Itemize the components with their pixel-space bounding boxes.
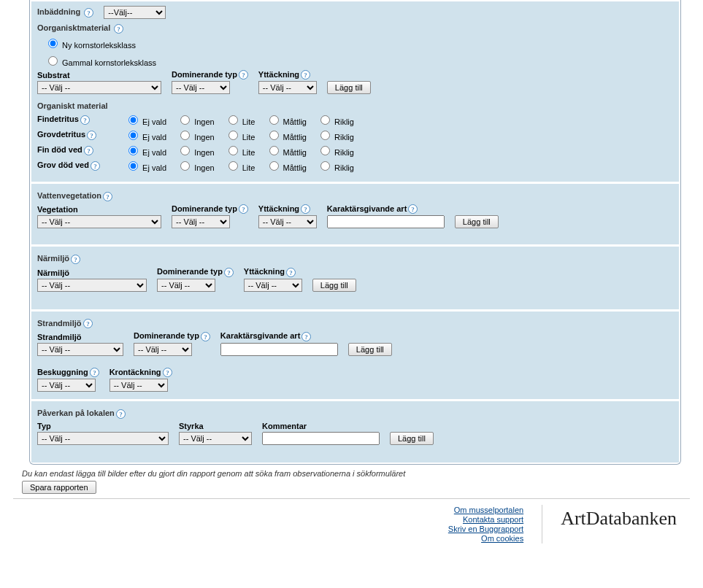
svg-text:?: ? — [305, 333, 309, 341]
inbaddning-select[interactable]: --Välj-- — [104, 6, 166, 19]
oorganiskt-header: Oorganisktmaterial — [37, 23, 110, 32]
radio-option[interactable] — [128, 161, 138, 171]
footer-link[interactable]: Skriv en Buggrapport — [448, 525, 523, 533]
domtyp-select[interactable]: -- Välj -- — [134, 343, 192, 356]
help-icon[interactable]: ? — [83, 319, 93, 328]
help-icon[interactable]: ? — [301, 332, 311, 341]
help-icon[interactable]: ? — [408, 204, 418, 214]
add-button[interactable] — [312, 279, 356, 292]
svg-text:?: ? — [412, 206, 415, 213]
kommentar-input[interactable] — [262, 432, 380, 445]
radio-option[interactable] — [128, 115, 138, 125]
add-button[interactable] — [327, 81, 371, 94]
footer-link[interactable]: Kontakta support — [448, 515, 523, 524]
help-icon[interactable]: ? — [286, 268, 296, 277]
radio-option[interactable] — [320, 161, 330, 171]
section-narmiljo: Närmiljö? Närmiljö -- Välj -- Dominerand… — [31, 247, 679, 309]
footer-link[interactable]: Om musselportalen — [448, 506, 523, 514]
radio-new-korn[interactable] — [48, 39, 58, 48]
radio-option[interactable] — [180, 146, 190, 155]
help-icon[interactable]: ? — [301, 204, 310, 214]
krontackning-select[interactable]: -- Välj -- — [110, 379, 168, 392]
help-icon[interactable]: ? — [84, 8, 93, 18]
karaktar-input[interactable] — [220, 343, 338, 356]
radio-option[interactable] — [269, 115, 279, 125]
karaktar-input[interactable] — [327, 215, 445, 228]
help-icon[interactable]: ? — [224, 268, 234, 277]
help-icon[interactable]: ? — [91, 161, 100, 171]
radio-option[interactable] — [320, 146, 330, 155]
radio-option[interactable] — [180, 115, 190, 125]
brand-logo: ArtDatabanken — [542, 505, 690, 543]
radio-option[interactable] — [180, 161, 190, 171]
narmiljo-select[interactable]: -- Välj -- — [37, 279, 147, 292]
svg-text:?: ? — [204, 333, 207, 341]
radio-option[interactable] — [228, 146, 238, 155]
footer-links: Om musselportalen Kontakta support Skriv… — [448, 505, 542, 543]
help-icon[interactable]: ? — [103, 192, 112, 201]
add-button[interactable] — [455, 215, 499, 228]
add-button[interactable] — [390, 432, 434, 445]
help-icon[interactable]: ? — [80, 115, 90, 125]
footer-link[interactable]: Om cookies — [448, 534, 523, 543]
svg-text:?: ? — [93, 163, 97, 170]
radio-option[interactable] — [128, 146, 138, 155]
help-icon[interactable]: ? — [116, 409, 126, 419]
domtyp-select[interactable]: -- Välj -- — [172, 81, 230, 94]
radio-option[interactable] — [269, 161, 279, 171]
yttackning-select[interactable]: -- Välj -- — [244, 279, 302, 292]
styrka-select[interactable]: -- Välj -- — [179, 432, 252, 445]
help-icon[interactable]: ? — [90, 368, 99, 377]
svg-text:?: ? — [166, 369, 169, 376]
svg-text:?: ? — [87, 147, 91, 155]
help-icon[interactable]: ? — [239, 70, 248, 80]
svg-text:?: ? — [289, 269, 293, 276]
help-icon[interactable]: ? — [239, 204, 248, 214]
help-icon[interactable]: ? — [301, 70, 310, 80]
svg-text:?: ? — [304, 71, 307, 79]
add-button[interactable] — [348, 343, 392, 356]
svg-text:?: ? — [242, 71, 245, 79]
section-strand: Strandmiljö? Strandmiljö -- Välj -- Domi… — [31, 312, 679, 400]
save-report-button[interactable] — [22, 481, 96, 494]
svg-text:?: ? — [106, 193, 110, 201]
image-note: Du kan endast lägga till bilder efter du… — [22, 469, 703, 478]
vegetation-select[interactable]: -- Välj -- — [37, 215, 161, 228]
radio-option[interactable] — [320, 131, 330, 140]
radio-option[interactable] — [180, 131, 190, 140]
typ-select[interactable]: -- Välj -- — [37, 432, 169, 445]
svg-text:?: ? — [227, 269, 231, 276]
section-oorganiskt: Inbäddning ? --Välj-- Oorganisktmaterial… — [31, 1, 679, 182]
svg-text:?: ? — [242, 206, 245, 213]
radio-option[interactable] — [269, 131, 279, 140]
yttackning-select[interactable]: -- Välj -- — [258, 215, 317, 228]
svg-text:?: ? — [83, 117, 87, 124]
section-vatten: Vattenvegetation? Vegetation -- Välj -- … — [31, 184, 679, 244]
beskuggning-select[interactable]: -- Välj -- — [37, 379, 96, 392]
svg-text:?: ? — [88, 9, 91, 17]
strand-select[interactable]: -- Välj -- — [37, 343, 123, 356]
help-icon[interactable]: ? — [163, 368, 172, 377]
help-icon[interactable]: ? — [114, 24, 123, 34]
help-icon[interactable]: ? — [87, 131, 96, 140]
domtyp-select[interactable]: -- Välj -- — [172, 215, 230, 228]
radio-option[interactable] — [228, 161, 238, 171]
help-icon[interactable]: ? — [84, 146, 93, 155]
radio-old-korn[interactable] — [48, 56, 58, 66]
inbaddning-label: Inbäddning — [37, 7, 80, 16]
svg-text:?: ? — [118, 26, 121, 33]
help-icon[interactable]: ? — [201, 332, 210, 341]
svg-text:?: ? — [86, 320, 90, 328]
radio-option[interactable] — [228, 115, 238, 125]
radio-option[interactable] — [269, 146, 279, 155]
domtyp-select[interactable]: -- Välj -- — [157, 279, 215, 292]
section-paverkan: Påverkan på lokalen? Typ -- Välj -- Styr… — [31, 401, 679, 463]
substrat-select[interactable]: -- Välj -- — [37, 81, 161, 94]
radio-option[interactable] — [128, 131, 138, 140]
svg-text:?: ? — [304, 206, 307, 213]
radio-option[interactable] — [320, 115, 330, 125]
help-icon[interactable]: ? — [71, 255, 80, 264]
svg-text:?: ? — [93, 369, 96, 376]
radio-option[interactable] — [228, 131, 238, 140]
yttackning-select[interactable]: -- Välj -- — [258, 81, 317, 94]
